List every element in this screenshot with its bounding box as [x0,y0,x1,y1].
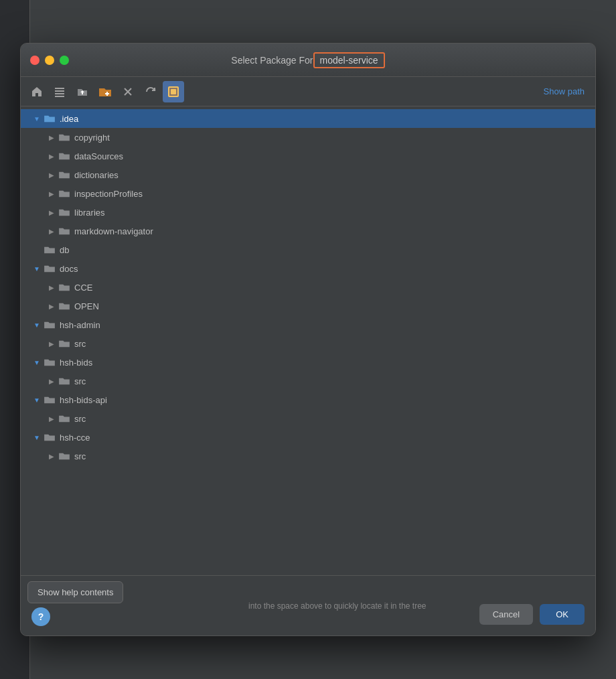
arrow-docs: ▼ [31,263,42,274]
arrow-open: ▶ [46,301,57,311]
folder-icon-markdown-navigator [58,226,70,236]
folder-icon-cce [58,283,70,292]
tree-item-hsh-cce[interactable]: ▼ hsh-cce [21,428,595,447]
home-icon [31,86,43,98]
item-label-db: db [60,245,69,255]
tree-item-inspectionprofiles[interactable]: ▶ inspectionProfiles [21,184,595,203]
new-folder-toolbar-button[interactable] [94,81,116,102]
tree-item-dictionaries[interactable]: ▶ dictionaries [21,165,595,184]
tree-item-hsh-admin[interactable]: ▼ hsh-admin [21,315,595,334]
arrow-hsh-admin-src: ▶ [46,338,57,349]
folder-icon-docs [44,264,56,273]
tree-item-libraries[interactable]: ▶ libraries [21,203,595,222]
arrow-hsh-bids-api-src: ▶ [46,413,57,424]
folder-up-toolbar-button[interactable] [72,81,93,102]
tree-item-cce[interactable]: ▶ CCE [21,278,595,297]
window-controls [30,56,69,65]
dialog-title: Select Package For model-service [231,52,384,68]
tree-item-hsh-bids-api-src[interactable]: ▶ src [21,409,595,428]
arrow-hsh-admin: ▼ [31,319,42,330]
cancel-button[interactable]: Cancel [479,604,533,625]
arrow-hsh-bids-api: ▼ [31,394,42,405]
title-highlighted-text: model-service [313,52,385,68]
refresh-toolbar-button[interactable] [140,81,161,102]
close-button[interactable] [30,56,40,65]
item-label-cce: CCE [74,283,92,293]
title-plain-text: Select Package For [231,55,313,66]
folder-icon-dictionaries [58,170,70,179]
delete-toolbar-button[interactable] [117,81,139,102]
svg-rect-2 [55,93,64,94]
help-icon: ? [38,611,44,622]
tree-item-hsh-bids[interactable]: ▼ hsh-bids [21,353,595,372]
item-label-hsh-bids-api-src: src [74,414,86,424]
help-secondary-text: into the space above to quickly locate i… [248,601,427,611]
list-icon [54,86,66,98]
item-label-open: OPEN [74,301,99,311]
folder-icon-hsh-bids-api [44,395,56,404]
tree-item-copyright[interactable]: ▶ copyright [21,128,595,147]
tree-item-docs[interactable]: ▼ docs [21,259,595,278]
bottom-bar: Show help contents into the space above … [21,575,595,635]
item-label-copyright: copyright [74,133,110,143]
select-package-dialog: Select Package For model-service [20,43,596,636]
item-label-libraries: libraries [74,208,105,218]
delete-icon [123,87,133,96]
tree-item-hsh-cce-src[interactable]: ▶ src [21,447,595,465]
item-label-hsh-cce-src: src [74,451,86,461]
folder-icon-libraries [58,208,70,217]
help-tooltip: Show help contents [27,581,123,603]
item-label-hsh-cce: hsh-cce [60,433,90,443]
item-label-inspectionprofiles: inspectionProfiles [74,189,143,199]
folder-icon-datasources [58,151,70,161]
folder-icon-open [58,301,70,311]
item-label-idea: .idea [60,114,78,124]
folder-icon-db [44,245,56,254]
tree-item-markdown-navigator[interactable]: ▶ markdown-navigator [21,222,595,240]
item-label-datasources: dataSources [74,151,123,161]
item-label-docs: docs [60,264,78,274]
arrow-hsh-bids-src: ▶ [46,376,57,386]
maximize-button[interactable] [60,56,69,65]
toolbar: Show path [21,77,595,106]
arrow-idea: ▼ [31,113,42,124]
tree-item-idea[interactable]: ▼ .idea [21,109,595,128]
list-view-toolbar-button[interactable] [49,81,70,102]
arrow-cce: ▶ [46,282,57,293]
item-label-hsh-bids-api: hsh-bids-api [60,395,107,405]
home-toolbar-button[interactable] [26,81,48,102]
arrow-datasources: ▶ [46,151,57,161]
item-label-hsh-admin: hsh-admin [60,320,100,330]
tree-item-hsh-bids-src[interactable]: ▶ src [21,372,595,390]
titlebar: Select Package For model-service [21,44,595,77]
arrow-dictionaries: ▶ [46,169,57,180]
item-label-hsh-bids-src: src [74,376,86,386]
svg-rect-5 [171,89,176,94]
new-folder-icon [98,86,112,98]
minimize-button[interactable] [45,56,54,65]
show-path-button[interactable]: Show path [538,84,590,99]
folder-icon-hsh-cce [44,433,56,442]
folder-icon-hsh-admin-src [58,339,70,348]
tree-item-hsh-bids-api[interactable]: ▼ hsh-bids-api [21,390,595,409]
bottom-actions: Cancel OK [479,604,585,625]
ok-button[interactable]: OK [540,604,585,625]
help-button[interactable]: ? [31,607,50,626]
tree-item-datasources[interactable]: ▶ dataSources [21,147,595,165]
tree-item-hsh-admin-src[interactable]: ▶ src [21,334,595,353]
tree-item-db[interactable]: ▶ db [21,240,595,259]
arrow-hsh-cce: ▼ [31,432,42,443]
folder-icon-hsh-cce-src [58,451,70,461]
folder-icon-hsh-bids-src [58,376,70,386]
file-tree[interactable]: ▼ .idea ▶ copyright ▶ dataSources [21,106,595,575]
arrow-markdown-navigator: ▶ [46,226,57,236]
tree-item-open[interactable]: ▶ OPEN [21,297,595,315]
module-toolbar-button[interactable] [163,81,184,102]
arrow-hsh-cce-src: ▶ [46,451,57,461]
item-label-markdown-navigator: markdown-navigator [74,226,153,236]
folder-icon-idea [44,114,56,123]
arrow-inspectionprofiles: ▶ [46,188,57,199]
folder-icon-hsh-admin [44,320,56,329]
item-label-dictionaries: dictionaries [74,170,119,180]
help-tooltip-text: Show help contents [37,587,113,597]
